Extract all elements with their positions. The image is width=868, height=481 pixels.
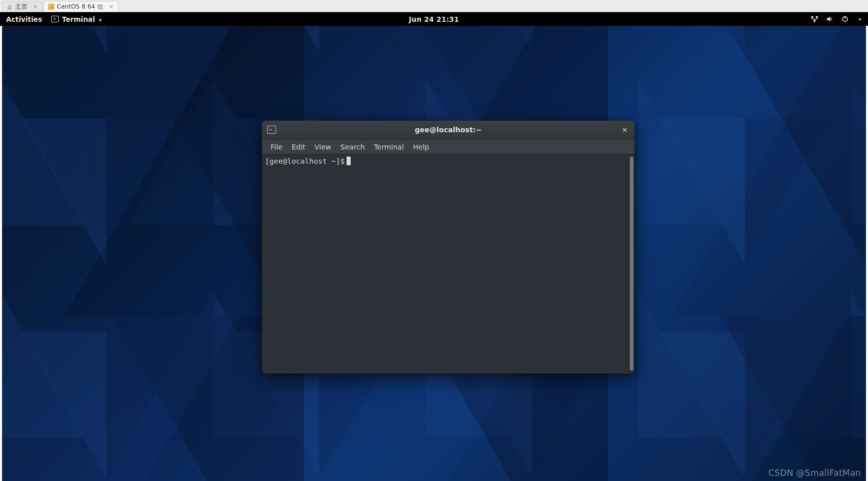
chevron-down-icon <box>98 15 102 23</box>
menu-view[interactable]: View <box>310 143 336 151</box>
window-title: gee@localhost:~ <box>415 126 482 134</box>
svg-rect-0 <box>811 16 813 18</box>
network-icon[interactable] <box>810 15 818 23</box>
watermark: CSDN @SmallFatMan <box>768 468 861 478</box>
clock[interactable]: Jun 24 21:31 <box>409 15 459 23</box>
power-icon[interactable] <box>841 15 849 23</box>
close-icon[interactable]: × <box>109 3 114 10</box>
gnome-topbar: Activities Terminal Jun 24 21:31 <box>0 12 868 26</box>
shell-prompt: [gee@localhost ~]$ <box>265 157 345 165</box>
terminal-icon <box>267 126 276 134</box>
desktop: Activities Terminal Jun 24 21:31 gee <box>0 12 868 481</box>
terminal-menubar: File Edit View Search Terminal Help <box>262 139 634 155</box>
vm-tab-home-label: 主页 <box>15 3 27 11</box>
terminal-window: gee@localhost:~ ✕ File Edit View Search … <box>262 121 634 374</box>
app-menu[interactable]: Terminal <box>51 15 101 23</box>
vm-tab-bar: 主页 × CentOS 8 64 位 × <box>0 0 868 12</box>
menu-file[interactable]: File <box>266 143 287 151</box>
window-titlebar[interactable]: gee@localhost:~ ✕ <box>262 121 634 139</box>
menu-terminal[interactable]: Terminal <box>369 143 408 151</box>
terminal-scrollbar[interactable] <box>630 157 633 371</box>
vm-tab-centos-label: CentOS 8 64 位 <box>57 3 103 11</box>
terminal-icon <box>51 16 59 22</box>
cursor <box>347 157 351 165</box>
menu-help[interactable]: Help <box>408 143 434 151</box>
vm-tab-centos[interactable]: CentOS 8 64 位 × <box>44 1 119 12</box>
svg-rect-4 <box>844 16 845 19</box>
chevron-down-icon <box>856 15 864 23</box>
close-icon[interactable]: × <box>33 3 38 10</box>
prompt-line: [gee@localhost ~]$ <box>265 157 631 165</box>
svg-rect-2 <box>813 20 815 22</box>
vm-icon <box>48 4 54 10</box>
activities-button[interactable]: Activities <box>4 15 44 23</box>
menu-edit[interactable]: Edit <box>287 143 310 151</box>
home-icon <box>7 4 13 10</box>
terminal-body[interactable]: [gee@localhost ~]$ <box>262 155 634 374</box>
vm-tab-home[interactable]: 主页 × <box>2 1 43 12</box>
window-close-button[interactable]: ✕ <box>620 125 629 134</box>
volume-icon[interactable] <box>825 15 834 23</box>
system-tray[interactable] <box>810 15 864 23</box>
app-menu-label: Terminal <box>62 15 95 23</box>
svg-rect-1 <box>816 16 818 18</box>
menu-search[interactable]: Search <box>336 143 369 151</box>
